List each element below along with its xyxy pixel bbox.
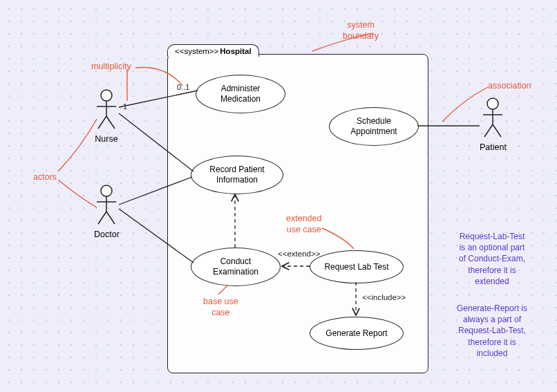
svg-line-8 (98, 212, 106, 224)
callout-actors-nurse (58, 119, 97, 171)
anno-system-boundary: system boundary (343, 19, 379, 42)
stick-figure-icon (94, 184, 119, 227)
svg-point-10 (487, 98, 498, 109)
actor-patient-label: Patient (480, 142, 507, 152)
note-extend: Request-Lab-Test is an optional part of … (448, 231, 536, 287)
svg-line-3 (98, 116, 106, 129)
anno-association: association (488, 80, 531, 91)
anno-base-uc: base use case (203, 296, 238, 319)
note-include: Generate-Report is always a part of Requ… (448, 303, 536, 359)
multiplicity-admin: 0..1 (177, 83, 189, 91)
stick-figure-icon (480, 97, 505, 140)
stick-figure-icon (94, 88, 119, 131)
actor-doctor: Doctor (94, 184, 120, 239)
actor-patient: Patient (480, 97, 507, 152)
svg-line-9 (106, 212, 115, 224)
anno-actors: actors (33, 171, 57, 183)
multiplicity-nurse: 1 (123, 102, 127, 111)
use-case-administer: Administer Medication (196, 75, 285, 113)
actor-doctor-label: Doctor (94, 230, 120, 239)
use-case-record: Record Patient Information (191, 156, 283, 194)
callout-actors-doctor (58, 180, 97, 207)
system-boundary-title: <<system>> Hospital (167, 44, 259, 57)
svg-line-4 (106, 116, 115, 129)
svg-point-0 (101, 90, 112, 101)
actor-nurse: Nurse (94, 88, 119, 144)
anno-multiplicity: multiplicity (91, 61, 131, 72)
system-name: Hospital (220, 47, 251, 55)
system-stereotype: <<system>> (175, 47, 218, 55)
anno-extended-uc: extended use case (286, 213, 321, 236)
include-label: <<include>> (362, 293, 406, 301)
use-case-conduct: Conduct Examination (191, 248, 281, 286)
extend-label: <<extend>> (278, 250, 320, 258)
diagram-canvas: <<system>> Hospital Administer Medicatio… (0, 0, 557, 392)
use-case-generate: Generate Report (310, 317, 404, 350)
use-case-schedule: Schedule Appointment (329, 107, 419, 146)
use-case-request: Request Lab Test (310, 250, 404, 283)
svg-point-5 (101, 185, 112, 196)
actor-nurse-label: Nurse (95, 134, 117, 144)
svg-line-13 (484, 124, 493, 137)
svg-line-14 (493, 124, 501, 137)
